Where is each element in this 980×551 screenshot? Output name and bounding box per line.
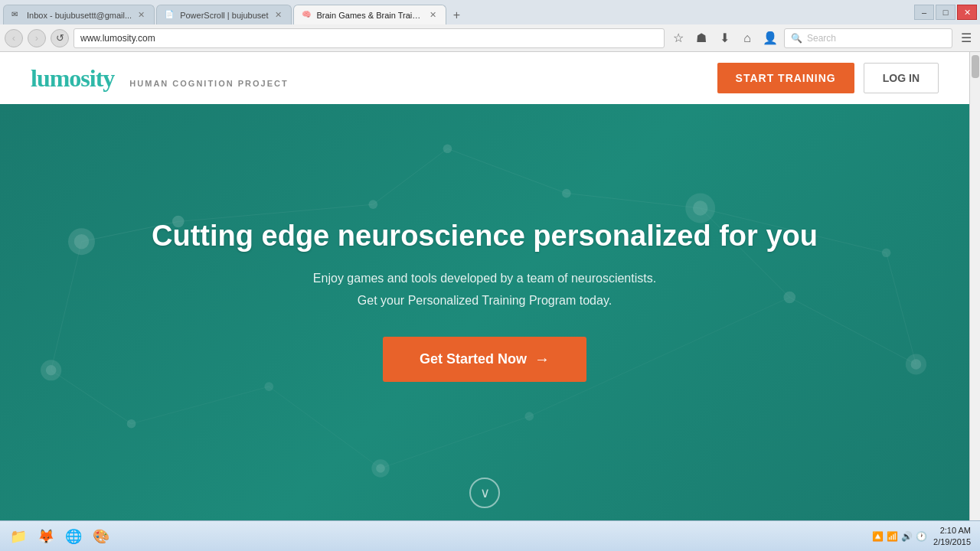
search-icon: 🔍 [791,33,802,44]
hero-heading: Cutting edge neuroscience personalized f… [152,220,818,253]
svg-line-24 [447,148,566,193]
reading-list-icon[interactable]: ☗ [692,29,710,47]
address-text: www.lumosity.com [80,33,155,44]
hero-subtext: Enjoy games and tools developed by a tea… [313,268,656,312]
cta-arrow-icon: → [534,350,550,368]
site-navbar: lumosity HUMAN COGNITION PROJECT START T… [0,52,969,104]
reload-button[interactable]: ↺ [51,29,69,47]
tray-icon-network: 📶 [887,531,898,542]
taskbar-right: 🔼 📶 🔊 🕐 2:10 AM 2/19/2015 [872,525,980,547]
taskbar-icon-files[interactable]: 📁 [6,524,31,549]
svg-point-12 [882,248,891,257]
taskbar-icon-browser2[interactable]: 🌐 [61,524,86,549]
browser-titlebar: ✉ Inbox - bujubusettt@gmail... ✕ 📄 Power… [0,0,980,24]
taskbar-icon-paint[interactable]: 🎨 [89,524,113,549]
minimize-button[interactable]: – [914,5,934,20]
menu-icon[interactable]: ☰ [957,29,975,47]
tray-icon-clock: 🕐 [916,531,927,542]
svg-line-28 [887,253,916,364]
page-wrapper: lumosity HUMAN COGNITION PROJECT START T… [0,52,980,520]
tab-powerscroll[interactable]: 📄 PowerScroll | bujubuset ✕ [156,5,291,24]
user-icon[interactable]: 👤 [761,29,779,47]
taskbar-date-text: 2/19/2015 [933,536,971,547]
svg-line-31 [269,386,381,468]
svg-point-18 [524,412,534,421]
taskbar-time-text: 2:10 AM [933,525,971,536]
home-icon[interactable]: ⌂ [738,29,756,47]
address-bar-row: ‹ › ↺ www.lumosity.com ☆ ☗ ⬇ ⌂ 👤 🔍 Searc… [0,24,980,52]
forward-button[interactable]: › [28,29,46,47]
svg-point-13 [906,354,926,374]
taskbar-left: 📁 🦊 🌐 🎨 [0,524,113,549]
tab-close-lumosity[interactable]: ✕ [428,9,438,21]
svg-point-14 [911,359,922,370]
tab-label-gmail: Inbox - bujubusettt@gmail... [27,11,132,20]
tray-icon-1: 🔼 [872,531,884,542]
svg-point-1 [74,234,89,249]
tab-close-gmail[interactable]: ✕ [136,9,146,21]
svg-line-22 [178,204,374,221]
svg-line-30 [132,386,270,424]
svg-point-8 [562,189,571,198]
hero-background-svg [0,104,969,520]
tab-bar: ✉ Inbox - bujubusettt@gmail... ✕ 📄 Power… [3,0,908,24]
start-training-button[interactable]: START TRAINING [717,63,854,93]
system-tray-icons: 🔼 📶 🔊 🕐 [872,531,927,542]
hero-subtext-line2: Get your Personalized Training Program t… [358,294,612,307]
svg-point-0 [68,228,95,255]
scrollbar[interactable] [969,52,980,520]
window-controls: – □ ✕ [914,5,977,20]
svg-point-17 [264,382,273,391]
svg-point-15 [371,459,389,477]
get-started-button[interactable]: Get Started Now → [383,337,586,382]
svg-line-21 [51,370,132,424]
tab-label-ps: PowerScroll | bujubuset [180,11,268,20]
svg-line-32 [381,416,529,468]
bookmark-star-icon[interactable]: ☆ [669,29,688,47]
tab-close-ps[interactable]: ✕ [273,9,283,21]
site-tagline: HUMAN COGNITION PROJECT [129,79,288,88]
svg-line-25 [567,194,701,208]
hero-subtext-line1: Enjoy games and tools developed by a tea… [313,272,656,285]
chevron-down-icon: ∨ [480,484,490,501]
site-nav-right: START TRAINING LOG IN [717,63,939,93]
scrollbar-thumb[interactable] [972,55,979,78]
svg-point-10 [693,201,707,215]
new-tab-button[interactable]: + [448,6,466,24]
cta-label: Get Started Now [420,351,527,367]
taskbar: 📁 🦊 🌐 🎨 🔼 📶 🔊 🕐 2:10 AM 2/19/2015 [0,520,980,551]
svg-line-23 [373,148,447,204]
tab-gmail[interactable]: ✉ Inbox - bujubusettt@gmail... ✕ [3,5,155,24]
tab-favicon-lumosity: 🧠 [302,10,312,21]
svg-point-4 [46,365,57,376]
svg-point-16 [376,464,385,473]
tab-lumosity[interactable]: 🧠 Brain Games & Brain Traini... ✕ [293,5,446,24]
page-content: lumosity HUMAN COGNITION PROJECT START T… [0,52,969,520]
search-input[interactable]: 🔍 Search [784,28,952,48]
taskbar-clock: 2:10 AM 2/19/2015 [933,525,971,547]
tray-icon-volume: 🔊 [901,531,913,542]
svg-point-5 [127,419,136,429]
svg-point-11 [784,292,796,304]
address-input[interactable]: www.lumosity.com [74,28,665,48]
taskbar-icon-firefox[interactable]: 🦊 [34,524,58,549]
tab-label-lumosity: Brain Games & Brain Traini... [317,11,423,20]
site-logo-area: lumosity HUMAN COGNITION PROJECT [31,64,289,93]
site-logo: lumosity [31,64,114,93]
download-icon[interactable]: ⬇ [715,29,733,47]
hero-section: Cutting edge neuroscience personalized f… [0,104,969,520]
svg-point-3 [41,360,61,380]
svg-line-29 [789,298,916,364]
svg-point-9 [685,194,715,223]
tab-favicon-gmail: ✉ [11,10,22,21]
tab-favicon-ps: 📄 [165,10,175,21]
scroll-indicator: ∨ [469,478,500,508]
close-button[interactable]: ✕ [957,5,977,20]
svg-line-20 [51,242,82,370]
svg-point-6 [368,200,377,209]
back-button[interactable]: ‹ [5,29,23,47]
maximize-button[interactable]: □ [936,5,956,20]
login-button[interactable]: LOG IN [864,63,939,93]
search-placeholder: Search [807,33,836,44]
svg-point-7 [443,144,452,153]
